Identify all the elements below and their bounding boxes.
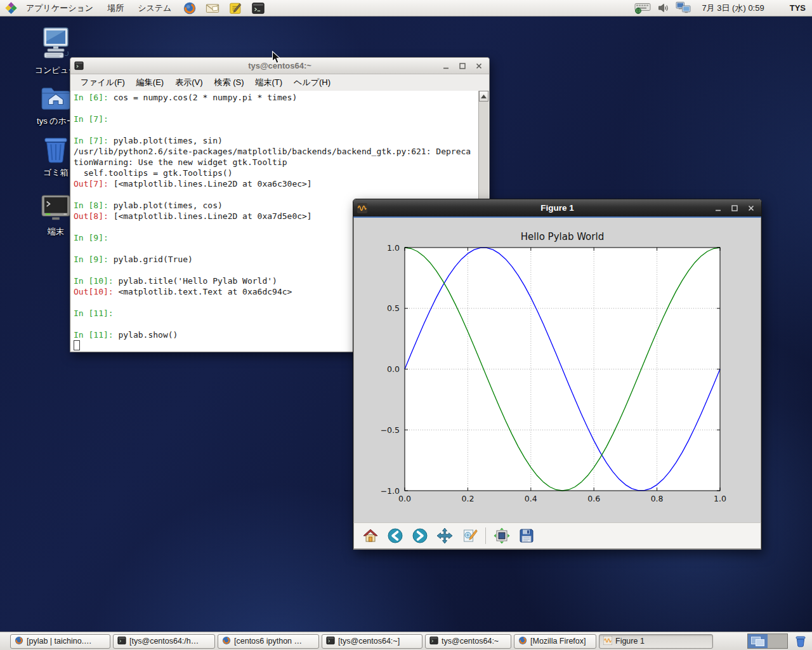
matplotlib-icon bbox=[603, 636, 612, 647]
terminal-menu-item[interactable]: 端末(T) bbox=[250, 75, 287, 90]
trash-icon bbox=[41, 135, 70, 163]
volume-icon[interactable] bbox=[657, 2, 669, 14]
zoom-icon[interactable] bbox=[461, 527, 478, 545]
notes-launcher-icon[interactable] bbox=[228, 1, 243, 16]
panel-menu[interactable]: アプリケーション bbox=[20, 1, 99, 16]
taskbar-window-button[interactable]: Figure 1 bbox=[599, 634, 713, 649]
keyboard-input-icon[interactable] bbox=[634, 2, 651, 15]
terminal-menu-item[interactable]: ファイル(F) bbox=[75, 75, 130, 90]
clock[interactable]: 7月 3日 (水) 0:59 bbox=[698, 3, 768, 14]
workspace-switcher[interactable] bbox=[747, 633, 788, 649]
panel-right: 7月 3日 (水) 0:59 TYS bbox=[634, 1, 812, 15]
centos-menu-icon[interactable] bbox=[4, 1, 18, 15]
firefox-icon bbox=[518, 636, 527, 647]
configure-subplots-icon[interactable] bbox=[493, 527, 511, 545]
svg-text:1.0: 1.0 bbox=[714, 494, 726, 503]
taskbar-window-label: [Mozilla Firefox] bbox=[530, 637, 586, 646]
taskbar-window-button[interactable]: tys@centos64:~ bbox=[425, 634, 511, 649]
svg-text:−1.0: −1.0 bbox=[381, 486, 400, 496]
svg-text:0.0: 0.0 bbox=[398, 494, 411, 503]
svg-text:0.6: 0.6 bbox=[587, 494, 600, 503]
svg-text:Hello Pylab World: Hello Pylab World bbox=[521, 231, 604, 242]
minimize-icon[interactable] bbox=[713, 203, 723, 213]
taskbar-window-label: [tys@centos64:/h… bbox=[129, 637, 199, 646]
terminal-icon bbox=[429, 636, 438, 647]
home-folder-icon bbox=[40, 85, 72, 112]
taskbar-window-label: [tys@centos64:~] bbox=[338, 637, 400, 646]
back-icon[interactable] bbox=[386, 527, 404, 545]
terminal-line: In [7]: pylab.plot(times, sin) bbox=[74, 135, 477, 146]
taskbar-window-label: tys@centos64:~ bbox=[442, 637, 499, 646]
computer-icon bbox=[39, 27, 72, 61]
email-launcher-icon[interactable] bbox=[205, 1, 220, 16]
terminal-cursor bbox=[74, 340, 80, 350]
terminal-line: Out[7]: [<matplotlib.lines.Line2D at 0xa… bbox=[74, 178, 477, 189]
forward-icon[interactable] bbox=[411, 527, 429, 545]
taskbar-window-label: [pylab | taichino.… bbox=[27, 637, 92, 646]
trash-applet-icon[interactable] bbox=[794, 635, 807, 647]
minimize-icon[interactable] bbox=[441, 61, 451, 71]
firefox-launcher-icon[interactable] bbox=[182, 1, 197, 16]
firefox-icon bbox=[15, 636, 23, 647]
terminal-line: tionWarning: Use the new widget gtk.Tool… bbox=[74, 157, 477, 168]
terminal-line: /usr/lib/python2.6/site-packages/matplot… bbox=[74, 146, 477, 157]
svg-text:0.5: 0.5 bbox=[387, 303, 400, 313]
terminal-line: self.tooltips = gtk.Tooltips() bbox=[74, 168, 477, 178]
figure-canvas: 0.00.20.40.60.81.01.00.50.0−0.5−1.0Hello… bbox=[353, 218, 761, 522]
top-panel: アプリケーション場所システム bbox=[0, 0, 812, 17]
taskbar: [pylab | taichino.… [tys@centos64:/h… [c… bbox=[0, 632, 812, 650]
taskbar-window-label: [centos6 ipython … bbox=[234, 637, 302, 646]
terminal-icon bbox=[117, 636, 126, 647]
terminal-line bbox=[74, 124, 477, 135]
terminal-line bbox=[74, 103, 477, 114]
mouse-cursor bbox=[272, 51, 281, 67]
figure-window[interactable]: Figure 1 0.00.20.40.60.81.01.00.50.0−0.5… bbox=[353, 199, 762, 550]
save-icon[interactable] bbox=[518, 527, 535, 545]
close-icon[interactable] bbox=[746, 203, 756, 213]
svg-text:0.4: 0.4 bbox=[525, 494, 537, 503]
terminal-launcher-icon[interactable] bbox=[251, 1, 266, 16]
workspace-1[interactable] bbox=[748, 634, 768, 648]
figure-titlebar[interactable]: Figure 1 bbox=[353, 199, 761, 218]
terminal-menubar: ファイル(F)編集(E)表示(V)検索 (S)端末(T)ヘルプ(H) bbox=[70, 74, 489, 91]
close-icon[interactable] bbox=[474, 61, 484, 71]
svg-text:0.8: 0.8 bbox=[651, 494, 664, 503]
terminal-menu-item[interactable]: ヘルプ(H) bbox=[289, 75, 336, 90]
terminal-menu-item[interactable]: 編集(E) bbox=[131, 75, 169, 90]
terminal-menu-item[interactable]: 表示(V) bbox=[170, 75, 207, 90]
terminal-icon bbox=[326, 636, 335, 647]
panel-drag-handle[interactable] bbox=[3, 634, 8, 648]
figure-title: Figure 1 bbox=[353, 203, 761, 213]
user-name[interactable]: TYS bbox=[775, 3, 806, 13]
svg-text:0.2: 0.2 bbox=[461, 494, 474, 503]
taskbar-window-button[interactable]: [centos6 ipython … bbox=[218, 634, 319, 649]
taskbar-window-label: Figure 1 bbox=[615, 637, 645, 646]
toolbar-separator bbox=[485, 527, 486, 544]
taskbar-window-button[interactable]: [Mozilla Firefox] bbox=[514, 634, 596, 649]
maximize-icon[interactable] bbox=[730, 203, 740, 213]
terminal-icon bbox=[41, 194, 71, 222]
network-icon[interactable] bbox=[676, 1, 691, 15]
figure-toolbar bbox=[353, 522, 761, 550]
home-icon[interactable] bbox=[362, 527, 379, 545]
scroll-up-icon[interactable] bbox=[479, 91, 488, 102]
svg-text:0.0: 0.0 bbox=[387, 364, 400, 374]
workspace-2[interactable] bbox=[768, 634, 787, 648]
chart: 0.00.20.40.60.81.01.00.50.0−0.5−1.0Hello… bbox=[354, 218, 759, 522]
taskbar-window-button[interactable]: [tys@centos64:~] bbox=[322, 634, 422, 649]
panel-menu[interactable]: システム bbox=[132, 1, 177, 16]
firefox-icon bbox=[222, 636, 231, 647]
terminal-line: In [7]: bbox=[74, 114, 477, 124]
taskbar-window-button[interactable]: [tys@centos64:/h… bbox=[113, 634, 215, 649]
maximize-icon[interactable] bbox=[457, 61, 468, 71]
terminal-menu-item[interactable]: 検索 (S) bbox=[209, 75, 249, 90]
svg-text:−0.5: −0.5 bbox=[381, 425, 400, 435]
pan-icon[interactable] bbox=[436, 527, 454, 545]
panel-menu[interactable]: 場所 bbox=[102, 1, 129, 16]
terminal-line: In [6]: cos = numpy.cos(2 * numpy.pi * t… bbox=[74, 92, 477, 103]
panel-left: アプリケーション場所システム bbox=[0, 1, 268, 16]
taskbar-window-button[interactable]: [pylab | taichino.… bbox=[10, 634, 110, 649]
svg-text:1.0: 1.0 bbox=[387, 243, 400, 253]
